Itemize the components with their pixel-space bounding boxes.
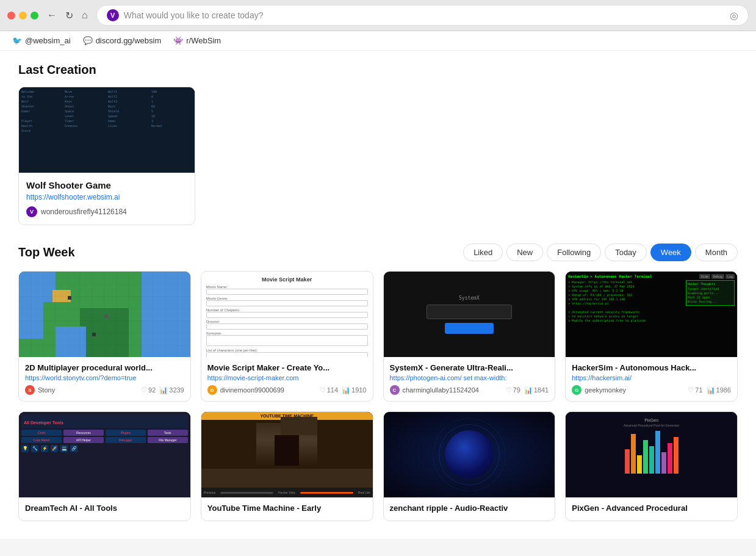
view-icon: 📊: [159, 386, 168, 394]
heart-icon: ♡: [141, 386, 147, 394]
pixgen-bar-6: [655, 431, 660, 474]
hacker-line-8: > Attempted current security frameworks: [568, 310, 735, 314]
card-stats: ♡79 📊1841: [506, 386, 549, 394]
dt-btn-deploy: Plugins: [106, 430, 146, 436]
card-hackersim[interactable]: HackerSim > Autonomous Hacker Terminal H…: [565, 271, 738, 402]
pixgen-preview: PixGen Advanced Procedural Pixel Art Gen…: [566, 412, 737, 497]
dt-btn-test: Debugger: [106, 437, 146, 443]
last-creation-info: Wolf Shooter Game https://wolfshooter.we…: [19, 173, 195, 225]
browser-chrome: ← ↻ ⌂ V What would you like to create to…: [0, 0, 756, 31]
card-footer: S Stony ♡92 📊3239: [25, 385, 184, 395]
card-thumb-systemx: SystemX: [384, 272, 555, 357]
card-author: C charminglullaby11524204: [390, 385, 479, 395]
pixgen-bar-2: [631, 434, 636, 474]
yt-tl-date: Real Life: [358, 491, 370, 494]
filter-liked[interactable]: Liked: [463, 244, 503, 261]
yt-tl-next: Hacker View: [278, 491, 295, 494]
card-info: zenchant ripple - Audio-Reactiv: [384, 497, 555, 521]
filter-week[interactable]: Week: [650, 244, 691, 261]
card-pixgen[interactable]: PixGen Advanced Procedural Pixel Art Gen…: [565, 411, 738, 521]
top-week-title: Top Week: [18, 245, 75, 259]
heart-icon: ♡: [688, 386, 694, 394]
maximize-button[interactable]: [31, 12, 38, 20]
spinner-icon: ◎: [730, 10, 738, 21]
filter-tabs: Liked New Following Today Week Month: [463, 244, 738, 261]
last-creation-thumbnail: Welcome to the Wolf Shooter Game! Player…: [19, 87, 195, 173]
views-stat: 📊1841: [524, 386, 549, 394]
card-info: HackerSim - Autonomous Hack... https://h…: [566, 357, 737, 401]
yt-video-area: [201, 420, 373, 469]
card-title: HackerSim - Autonomous Hack...: [572, 363, 731, 372]
cards-grid-row2: All Developer Tools Code Resources Plugi…: [18, 411, 738, 521]
creation-author: V wonderousfirefly41126184: [26, 206, 187, 217]
close-button[interactable]: [7, 12, 15, 20]
author-avatar: G: [572, 385, 581, 395]
minimize-button[interactable]: [19, 12, 27, 20]
card-zenchant[interactable]: zenchant ripple - Audio-Reactiv: [383, 411, 556, 521]
filter-following[interactable]: Following: [547, 244, 601, 261]
movie-form-preview: Movie Script Maker Movie Name: Movie Gen…: [201, 272, 373, 357]
filter-today[interactable]: Today: [605, 244, 647, 261]
views-stat: 📊1986: [707, 386, 731, 394]
youtube-preview: YOUTUBE TIME MACHINE Previous: [201, 412, 373, 497]
pixgen-bar-4: [643, 440, 648, 474]
hacker-btn-hide: Hide: [699, 274, 710, 279]
card-info: PixGen - Advanced Procedural: [566, 497, 737, 521]
card-title: DreamTech AI - All Tools: [25, 504, 184, 513]
author-name: Stony: [38, 386, 55, 394]
card-title: SystemX - Generate Ultra-Reali...: [390, 363, 549, 372]
user-avatar: V: [107, 9, 119, 21]
systemx-input-bar: [427, 305, 512, 319]
hacker-line-10: > Modify the subscription from to platin…: [568, 319, 735, 322]
pixgen-bars: [625, 431, 679, 474]
twitter-link[interactable]: 🐦 @websim_ai: [12, 36, 71, 45]
address-bar[interactable]: V What would you like to create today? ◎: [96, 5, 749, 26]
views-stat: 📊1910: [342, 386, 366, 394]
card-info: YouTube Time Machine - Early: [201, 497, 373, 521]
card-thumb-youtube: YOUTUBE TIME MACHINE Previous: [201, 412, 373, 497]
card-url[interactable]: https://hackersim.ai/: [572, 374, 731, 381]
cards-grid-row1: 2D Multiplayer procedural world... https…: [18, 271, 738, 402]
card-author: S Stony: [25, 385, 55, 395]
discord-handle: discord.gg/websim: [96, 36, 162, 45]
card-url[interactable]: https://movie-script-maker.com: [207, 374, 367, 381]
dt-icon-5: 💻: [60, 445, 68, 452]
card-author: G geekymonkey: [572, 385, 626, 395]
heart-icon: ♡: [320, 386, 326, 394]
filter-month[interactable]: Month: [695, 244, 738, 261]
refresh-button[interactable]: ↻: [63, 9, 76, 23]
card-title: YouTube Time Machine - Early: [207, 504, 367, 513]
yt-timeline: Previous Hacker View Real Life: [201, 488, 373, 497]
filter-new[interactable]: New: [506, 244, 543, 261]
last-creation-card[interactable]: Welcome to the Wolf Shooter Game! Player…: [18, 87, 195, 225]
creation-url[interactable]: https://wolfshooter.websim.ai: [26, 193, 187, 201]
systemx-action-btn: [445, 323, 494, 334]
card-thumb-2d-world: [19, 272, 190, 357]
card-movie-script[interactable]: Movie Script Maker Movie Name: Movie Gen…: [201, 271, 373, 402]
systemx-title: SystemX: [459, 295, 480, 301]
card-info: Movie Script Maker - Create Yo... https:…: [201, 357, 373, 401]
card-stats: ♡114 📊1910: [320, 386, 367, 394]
card-2d-world[interactable]: 2D Multiplayer procedural world... https…: [18, 271, 191, 402]
card-dreamtech[interactable]: All Developer Tools Code Resources Plugi…: [18, 411, 191, 521]
card-url[interactable]: https://photogen-ai.com/ set max-width:: [390, 374, 549, 381]
discord-link[interactable]: 💬 discord.gg/websim: [83, 36, 162, 45]
twitter-handle: @websim_ai: [25, 36, 71, 45]
author-name: wonderousfirefly41126184: [41, 208, 127, 216]
card-thumb-movie: Movie Script Maker Movie Name: Movie Gen…: [201, 272, 373, 357]
reddit-link[interactable]: 👾 r/WebSim: [173, 36, 221, 45]
card-systemx[interactable]: SystemX SystemX - Generate Ultra-Reali..…: [383, 271, 556, 402]
url-input[interactable]: What would you like to create today?: [124, 10, 725, 20]
card-youtube-tm[interactable]: YOUTUBE TIME MACHINE Previous: [201, 411, 373, 521]
back-button[interactable]: ←: [45, 9, 59, 22]
pixgen-bar-5: [649, 446, 654, 474]
card-thumb-zenchant: [384, 412, 555, 497]
card-url[interactable]: https://world.stonytv.com/?demo=true: [25, 374, 184, 381]
hacker-thoughts-panel: Hacker Thoughts Target identified Scanni…: [686, 280, 735, 306]
creation-name: Wolf Shooter Game: [26, 180, 187, 190]
card-footer: C charminglullaby11524204 ♡79 📊1841: [390, 385, 549, 395]
view-icon: 📊: [707, 386, 715, 394]
dt-btn-code: Code: [21, 430, 62, 436]
home-button[interactable]: ⌂: [79, 9, 90, 22]
dt-btn-db: Code Maker: [21, 437, 62, 443]
